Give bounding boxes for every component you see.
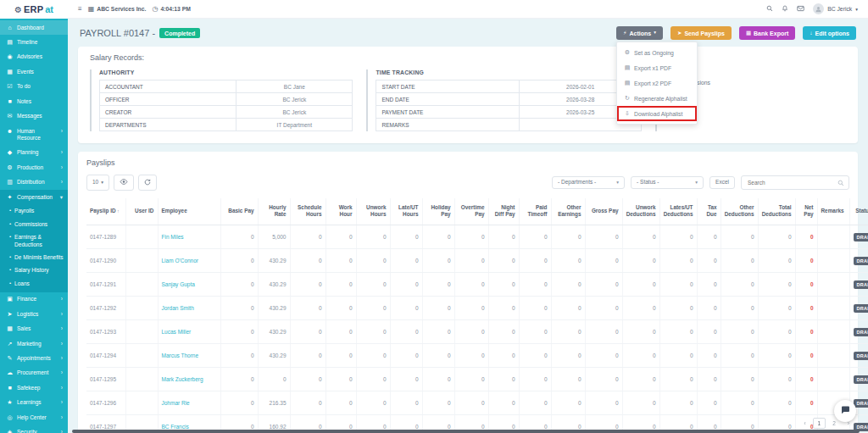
col-other-deductions[interactable]: Other Deductions [721, 198, 758, 225]
sidebar-item-advisories[interactable]: ◉Advisories [0, 50, 68, 64]
sidebar-item-security[interactable]: ◈Security› [0, 425, 68, 433]
company-selector[interactable]: ▦ ABC Services Inc. [88, 6, 147, 13]
col-unwork-hours[interactable]: Unwork Hours [356, 198, 390, 225]
col-tax-due[interactable]: Tax Due [697, 198, 721, 225]
app-logo[interactable]: ⚙ERPat [0, 0, 68, 19]
col-lates-ut-deductions[interactable]: Lates/UT Deductions [659, 198, 697, 225]
chat-button[interactable] [834, 400, 856, 422]
column-visibility-button[interactable] [114, 175, 134, 191]
col-paid-timeoff[interactable]: Paid Timeoff [519, 198, 551, 225]
menu-item-export-x2-pdf[interactable]: ▤Export x2 PDF [617, 75, 697, 91]
col-status[interactable]: Status [849, 198, 868, 225]
sidebar-item-compensation[interactable]: ✦Compensation▾ [0, 190, 68, 204]
clock-display: ◷ 4:04:13 PM [152, 6, 191, 13]
col-user-id[interactable]: User ID [125, 198, 158, 225]
col-other-earnings[interactable]: Other Earnings [551, 198, 585, 225]
employee-link[interactable]: BC Francis [162, 424, 189, 430]
sidebar-item-loans[interactable]: •Loans [0, 277, 68, 290]
messages-icon: ✉ [6, 113, 14, 119]
edit-options-button[interactable]: ↓ Edit options [803, 26, 856, 40]
sidebar-item-marketing[interactable]: ↗Marketing› [0, 336, 68, 351]
search-icon[interactable] [766, 5, 773, 14]
col-net-pay[interactable]: Net Pay [795, 198, 817, 225]
sidebar-item-to-do[interactable]: ☑To do [0, 80, 68, 94]
col-late-ut-hours[interactable]: Late/UT Hours [390, 198, 422, 225]
authority-row: CREATORBC Jerick [100, 106, 353, 119]
sidebar-item-commissions[interactable]: •Commissions [0, 218, 68, 230]
horizontal-scrollbar[interactable] [72, 430, 860, 433]
employee-link[interactable]: Johmar Rie [162, 400, 190, 406]
pagination-page-1[interactable]: 1 [813, 418, 826, 429]
sidebar-item-dashboard[interactable]: ⌂Dashboard [0, 20, 68, 35]
refresh-button[interactable] [138, 175, 157, 191]
sidebar-item-finance[interactable]: ▣Finance› [0, 292, 68, 307]
cell-user-id [125, 391, 158, 414]
sidebar-item-appointments[interactable]: ✎Appointments› [0, 352, 68, 366]
sidebar-item-procurement[interactable]: ☁Procurement› [0, 366, 68, 380]
status-filter-select[interactable]: - Status - ▾ [631, 176, 704, 190]
chevron-down-icon: ▾ [101, 180, 103, 186]
pagination-prev[interactable]: ‹ [798, 418, 810, 429]
col-total-deductions[interactable]: Total Deductions [758, 198, 795, 225]
user-menu[interactable]: BC Jerick ▾ [813, 3, 858, 14]
col-remarks[interactable]: Remarks [817, 198, 849, 225]
menu-item-export-x1-pdf[interactable]: ▤Export x1 PDF [617, 60, 697, 75]
excel-export-button[interactable]: Excel [709, 176, 735, 190]
sidebar-item-safekeep[interactable]: ■Safekeep› [0, 380, 68, 395]
sidebar-item-earnings-deductions[interactable]: •Earnings & Deductions [0, 231, 68, 252]
bank-export-button[interactable]: ▦ Bank Export [739, 26, 795, 40]
messages-envelope-icon[interactable] [797, 5, 804, 14]
sidebar-item-learnings[interactable]: ★Learnings› [0, 396, 68, 410]
cell-total-deductions: 0 [758, 343, 795, 367]
employee-link[interactable]: Marcus Thorne [162, 353, 199, 358]
sidebar-item-events[interactable]: ▦Events [0, 64, 68, 79]
sidebar: ⚙ERPat ⌂Dashboard▤Timeline◉Advisories▦Ev… [0, 0, 68, 433]
notifications-bell-icon[interactable] [782, 5, 788, 14]
sidebar-item-human-resource[interactable]: ☻Human Resource› [0, 124, 68, 146]
col-hourly-rate[interactable]: Hourly Rate [258, 198, 290, 225]
departments-filter-select[interactable]: - Departments - ▾ [552, 176, 625, 190]
menu-item-download-alphalist[interactable]: ⇩Download Alphalist [617, 106, 697, 121]
col-schedule-hours[interactable]: Schedule Hours [290, 198, 326, 225]
col-unwork-deductions[interactable]: Unwork Deductions [622, 198, 659, 225]
menu-toggle-icon[interactable]: ≡ [78, 6, 82, 13]
sidebar-item-distribution[interactable]: ▥Distribution› [0, 175, 68, 190]
menu-item-regenerate-alphalist[interactable]: ↻Regenerate Alphalist [617, 91, 697, 106]
sidebar-item-de-minimis-benefits[interactable]: •De Minimis Benefits [0, 251, 68, 264]
sidebar-item-sales[interactable]: ▦Sales› [0, 322, 68, 336]
employee-link[interactable]: Lucas Miller [162, 329, 192, 335]
employee-link[interactable]: Jordan Smith [162, 305, 194, 311]
col-night-diff-pay[interactable]: Night Diff Pay [488, 198, 519, 225]
col-overtime-pay[interactable]: Overtime Pay [454, 198, 488, 225]
cell-total-deductions: 0 [758, 296, 795, 319]
col-holiday-pay[interactable]: Holiday Pay [422, 198, 454, 225]
sidebar-item-help-center[interactable]: ◎Help Center› [0, 410, 68, 425]
sidebar-item-timeline[interactable]: ▤Timeline [0, 35, 68, 49]
finance-icon: ▣ [6, 296, 14, 303]
search-input[interactable] [746, 179, 837, 186]
sidebar-item-logistics[interactable]: ➤Logistics› [0, 307, 68, 321]
col-basic-pay[interactable]: Basic Pay [220, 198, 258, 225]
employee-link[interactable]: Fin Miles [162, 234, 184, 240]
file-icon: ▤ [624, 64, 631, 71]
sidebar-item-production[interactable]: ⚙Production› [0, 160, 68, 175]
page-size-select[interactable]: 10 ▾ [86, 175, 109, 191]
sidebar-item-planning[interactable]: ◆Planning› [0, 146, 68, 160]
employee-link[interactable]: Mark Zuckerberg [162, 376, 203, 382]
actions-button[interactable]: ⚡ Actions ▾ [616, 26, 663, 40]
col-payslip-id[interactable]: Payslip ID ↑ [86, 198, 125, 225]
sidebar-item-salary-history[interactable]: •Salary History [0, 264, 68, 277]
col-work-hour[interactable]: Work Hour [326, 198, 356, 225]
cell-schedule-hours: 0 [290, 248, 326, 272]
employee-link[interactable]: Sanjay Gupta [162, 281, 195, 287]
employee-link[interactable]: Liam O'Connor [162, 258, 199, 264]
col-gross-pay[interactable]: Gross Pay [585, 198, 622, 225]
menu-item-set-as-ongoing[interactable]: ⚙Set as Ongoing [617, 45, 697, 60]
sidebar-item-notes[interactable]: ■Notes [0, 94, 68, 108]
page-title: PAYROLL #0147 - Completed [80, 28, 200, 38]
chevron-icon: › [61, 369, 65, 375]
sidebar-item-messages[interactable]: ✉Messages [0, 109, 68, 124]
col-employee[interactable]: Employee [158, 198, 220, 225]
sidebar-item-payrolls[interactable]: •Payrolls [0, 205, 68, 218]
send-payslips-button[interactable]: ➤ Send Payslips [670, 26, 732, 40]
